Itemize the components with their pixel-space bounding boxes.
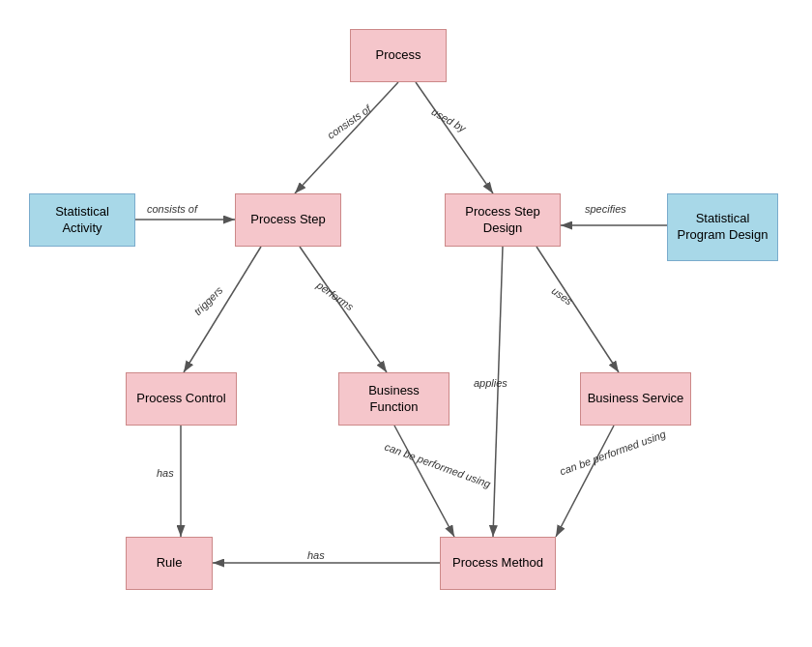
label-can-be-performed-using-2: can be performed using: [558, 428, 667, 478]
node-process-method[interactable]: Process Method: [440, 537, 556, 590]
node-statistical-activity[interactable]: Statistical Activity: [29, 193, 135, 247]
svg-line-8: [493, 247, 503, 537]
svg-line-11: [556, 426, 614, 537]
label-consists-of-2: consists of: [147, 203, 197, 215]
node-business-function[interactable]: Business Function: [338, 372, 450, 426]
label-consists-of-1: consists of: [325, 103, 372, 141]
node-business-service[interactable]: Business Service: [580, 372, 691, 426]
svg-line-10: [394, 426, 454, 537]
svg-line-7: [536, 247, 619, 372]
node-process-step-design[interactable]: Process Step Design: [445, 193, 561, 247]
node-rule[interactable]: Rule: [126, 537, 213, 590]
label-has-2: has: [307, 549, 325, 561]
label-has-1: has: [157, 467, 174, 479]
node-process[interactable]: Process: [350, 29, 447, 82]
label-can-be-performed-using-1: can be performed using: [383, 441, 492, 490]
svg-line-2: [416, 82, 493, 193]
label-applies: applies: [474, 377, 508, 389]
diagram-container: consists of used by consists of specifie…: [0, 0, 812, 647]
arrows-svg: [0, 0, 812, 647]
label-triggers: triggers: [191, 284, 224, 317]
node-process-control[interactable]: Process Control: [126, 372, 237, 426]
label-performs: performs: [314, 279, 355, 313]
label-used-by: used by: [430, 105, 468, 134]
node-process-step[interactable]: Process Step: [235, 193, 341, 247]
label-uses: uses: [550, 284, 575, 307]
svg-line-6: [300, 247, 387, 372]
svg-line-1: [295, 82, 398, 193]
node-statistical-program-design[interactable]: Statistical Program Design: [667, 193, 778, 261]
label-specifies: specifies: [585, 203, 626, 215]
